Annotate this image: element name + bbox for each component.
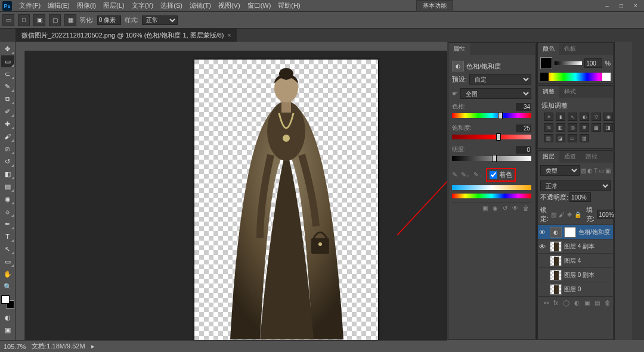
lasso-tool[interactable]: ⊂: [1, 68, 14, 80]
layer-row[interactable]: 👁 ◐ 色相/饱和度 1: [538, 225, 613, 239]
selection-subtract-icon[interactable]: ▢: [49, 14, 61, 26]
saturation-value[interactable]: 25: [516, 124, 531, 132]
menu-edit[interactable]: 编辑(E): [44, 0, 73, 11]
eyedropper-tool[interactable]: ✐: [1, 105, 14, 117]
lock-all-icon[interactable]: 🔒: [574, 211, 581, 218]
color-opacity-input[interactable]: [584, 58, 602, 68]
filter-adjust-icon[interactable]: ◐: [587, 167, 593, 174]
channel-mixer-icon[interactable]: ⊞: [580, 123, 589, 132]
shape-tool[interactable]: ▭: [1, 256, 14, 267]
selection-add-icon[interactable]: ▣: [33, 14, 45, 26]
workspace-switcher[interactable]: 基本功能: [416, 0, 453, 12]
add-mask-icon[interactable]: ◯: [563, 300, 569, 306]
hand-tool[interactable]: ✋: [1, 268, 14, 280]
menu-image[interactable]: 图像(I): [73, 0, 100, 11]
selection-intersect-icon[interactable]: ▦: [64, 14, 76, 26]
lookup-icon[interactable]: ▦: [592, 123, 601, 132]
selective-color-icon[interactable]: ▥: [580, 134, 589, 142]
history-brush-tool[interactable]: ↺: [1, 155, 14, 167]
bw-icon[interactable]: ◧: [556, 123, 565, 132]
selection-new-icon[interactable]: □: [18, 14, 30, 26]
quick-select-tool[interactable]: ✎: [1, 80, 14, 92]
layer-row[interactable]: 图层 0: [538, 282, 613, 297]
colorize-checkbox[interactable]: [490, 171, 497, 179]
close-button[interactable]: ×: [630, 2, 642, 10]
lock-pixels-icon[interactable]: 🖌: [559, 211, 565, 218]
layer-row[interactable]: 👁 图层 4 副本: [538, 239, 613, 254]
style-select[interactable]: 正常: [142, 15, 178, 25]
blend-mode-select[interactable]: 正常: [540, 180, 611, 191]
hue-slider[interactable]: [452, 113, 531, 122]
filter-type-icon[interactable]: T: [594, 167, 597, 174]
paths-tab[interactable]: 路径: [581, 150, 602, 163]
eyedropper-sub-icon[interactable]: ✎₋: [473, 171, 482, 179]
invert-icon[interactable]: ◨: [603, 123, 613, 132]
feather-input[interactable]: [97, 15, 121, 25]
opacity-input[interactable]: [569, 192, 591, 202]
swatches-tab[interactable]: 色板: [559, 42, 581, 55]
visibility-icon[interactable]: 👁: [539, 243, 547, 250]
vibrance-icon[interactable]: ▽: [592, 113, 601, 121]
crop-tool[interactable]: ⧉: [1, 93, 14, 105]
layer-row[interactable]: 图层 0 副本: [538, 268, 613, 282]
clip-to-layer-icon[interactable]: ▣: [482, 205, 488, 211]
photo-filter-icon[interactable]: ◎: [568, 123, 577, 132]
menu-type[interactable]: 文字(Y): [128, 0, 157, 11]
canvas-area[interactable]: [16, 42, 447, 340]
color-tab[interactable]: 颜色: [538, 42, 559, 55]
doc-size[interactable]: 文档:1.18M/9.52M: [32, 342, 85, 351]
eraser-tool[interactable]: ◧: [1, 168, 14, 180]
filter-smart-icon[interactable]: ▣: [605, 167, 611, 174]
new-layer-icon[interactable]: ▤: [595, 300, 600, 306]
layer-name[interactable]: 色相/饱和度 1: [578, 228, 612, 236]
zoom-tool[interactable]: 🔍: [1, 281, 14, 292]
color-balance-icon[interactable]: ⚖: [544, 123, 553, 132]
properties-tab[interactable]: 属性: [448, 42, 470, 55]
new-group-icon[interactable]: ▣: [584, 300, 590, 306]
layer-name[interactable]: 图层 4: [564, 257, 612, 265]
menu-help[interactable]: 帮助(H): [274, 0, 304, 11]
menu-file[interactable]: 文件(F): [16, 0, 44, 11]
gradient-map-icon[interactable]: ▭: [568, 134, 577, 142]
gradient-tool[interactable]: ▤: [1, 180, 14, 192]
levels-icon[interactable]: ▮: [556, 113, 565, 121]
heal-tool[interactable]: ✚: [1, 118, 14, 130]
color-ramp[interactable]: [540, 73, 611, 81]
layer-name[interactable]: 图层 4 副本: [564, 242, 612, 251]
layer-filter-kind[interactable]: 类型: [540, 165, 580, 176]
move-tool[interactable]: ✥: [1, 43, 14, 55]
status-arrow-icon[interactable]: ▸: [91, 342, 95, 350]
lightness-value[interactable]: 0: [516, 146, 531, 154]
layer-style-icon[interactable]: fx: [553, 300, 558, 306]
blur-tool[interactable]: ◉: [1, 193, 14, 205]
link-layers-icon[interactable]: ⚯: [544, 300, 549, 306]
hue-value[interactable]: 34: [516, 103, 531, 111]
pen-tool[interactable]: ✒: [1, 218, 14, 230]
path-select-tool[interactable]: ↖: [1, 243, 14, 255]
marquee-tool[interactable]: ▭: [1, 55, 14, 67]
menu-layer[interactable]: 图层(L): [100, 0, 128, 11]
foreground-color-swatch[interactable]: [540, 57, 552, 69]
foreground-swatch[interactable]: [1, 295, 10, 304]
dodge-tool[interactable]: ☼: [1, 205, 14, 217]
menu-filter[interactable]: 滤镜(T): [186, 0, 215, 11]
hue-sat-adj-icon[interactable]: ◉: [603, 113, 613, 121]
collapsed-panel-dock[interactable]: [614, 42, 632, 340]
type-tool[interactable]: T: [1, 230, 14, 242]
close-tab-icon[interactable]: ×: [228, 32, 231, 39]
zoom-level[interactable]: 105.7%: [4, 343, 26, 350]
eyedropper-add-icon[interactable]: ✎₊: [461, 171, 470, 179]
layer-name[interactable]: 图层 0 副本: [564, 271, 612, 279]
targeted-adjust-icon[interactable]: ☛: [452, 90, 458, 98]
gray-slider[interactable]: [555, 61, 582, 65]
layer-row[interactable]: 图层 4: [538, 254, 613, 268]
document-canvas[interactable]: [194, 60, 378, 340]
lightness-slider[interactable]: [452, 156, 531, 164]
filter-shape-icon[interactable]: ▭: [599, 167, 604, 174]
color-swatches[interactable]: [1, 295, 14, 309]
exposure-icon[interactable]: ◐: [580, 113, 589, 121]
channels-tab[interactable]: 通道: [559, 150, 581, 163]
screen-mode-tool[interactable]: ▣: [1, 324, 14, 336]
visibility-icon[interactable]: 👁: [539, 229, 547, 236]
marquee-tool-icon[interactable]: ▭: [2, 14, 14, 26]
